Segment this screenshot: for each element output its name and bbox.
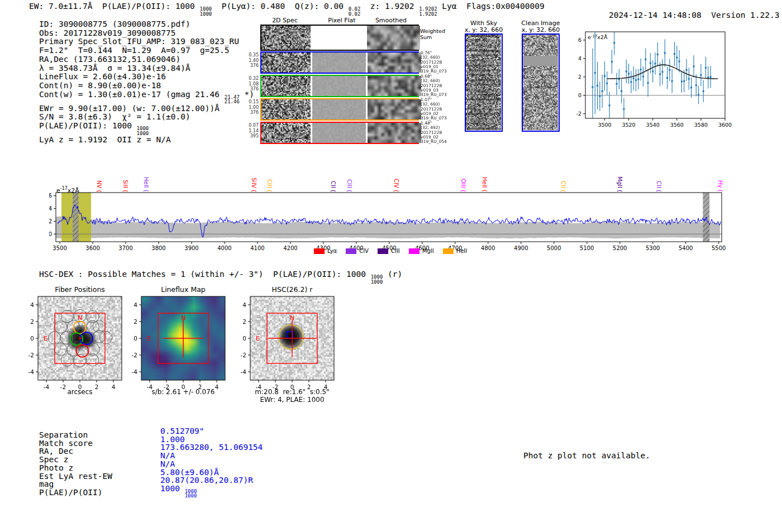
info-line: RA,Dec (173.663132,51.069046)	[39, 55, 254, 64]
stacked-fraction: 10001000	[137, 126, 149, 136]
svg-text:5500: 5500	[712, 245, 726, 251]
spec2d-row	[260, 98, 419, 121]
svg-text:4000: 4000	[217, 245, 231, 251]
info-line: EWr = 9.90(±17.00) (w: 7.00(±12.00))Å	[39, 104, 254, 113]
svg-text:0: 0	[49, 231, 52, 237]
spec2d-smoothed-image	[367, 26, 420, 50]
match-table-label: Photo z	[39, 464, 112, 472]
svg-text:3540: 3540	[646, 122, 660, 128]
spec2d-smoothed-image	[368, 76, 421, 96]
info-line: ID: 3090008775 (3090008775.pdf)	[39, 20, 254, 29]
spec2d-smoothed-image	[368, 99, 421, 119]
spec2d-smoothed-image	[368, 52, 421, 73]
spec2d-noisy-image	[261, 76, 311, 96]
svg-text:N: N	[181, 314, 185, 322]
svg-text:3700: 3700	[118, 245, 132, 251]
hsc-cutout-svg: -4-4-2-2002244NE	[239, 291, 351, 400]
spec2d-header-smoothed: Smoothed	[369, 17, 413, 24]
match-table-value: 1000 10001000	[160, 485, 263, 499]
stacked-fraction: 21.4721.46	[225, 95, 240, 104]
info-line: LyA z = 1.9192 OII z = N/A	[39, 136, 254, 145]
lineflux-map-svg: -4-4-2-2002244NE	[130, 291, 242, 400]
svg-text:e-17x2Å: e-17x2Å	[588, 34, 608, 40]
with-sky-noise-image	[466, 35, 501, 130]
svg-text:3580: 3580	[694, 122, 708, 128]
svg-text:3500: 3500	[598, 122, 611, 128]
spec2d-row-left-labels: 0.151.00376	[245, 99, 259, 116]
match-table-value: 20.87(20.86,20.87)R	[160, 476, 263, 485]
match-table-values: 0.512709"1.000173.663280, 51.069154N/AN/…	[160, 427, 263, 499]
info-line: LineFlux = 2.60(±4.30)e-16	[39, 73, 254, 82]
clean-image-coords: x, y: 32, 660	[513, 27, 569, 33]
spec2d-smoothed-image	[368, 123, 421, 143]
svg-text:-2: -2	[132, 352, 137, 358]
match-table-label: mag	[39, 480, 112, 488]
legend-label: CIV	[359, 248, 369, 254]
emission-line-marker: Hγ (	[717, 180, 723, 192]
with-sky-coords: x, y: 32, 660	[456, 27, 512, 33]
legend-label: CIII	[391, 248, 400, 254]
fiber-positions-overlay: -4-4-2-2002244NE	[27, 291, 139, 402]
emission-line-marker: OIII (	[460, 179, 466, 192]
detection-info-block: ID: 3090008775 (3090008775.pdf)Obs: 2017…	[39, 20, 254, 145]
svg-text:-4: -4	[28, 368, 35, 375]
legend-swatch	[346, 248, 356, 254]
legend-item: Lyα	[314, 248, 337, 254]
match-table-value: 1.000	[160, 435, 263, 444]
svg-text:6: 6	[578, 37, 581, 43]
info-line: P(LAE)/P(OII): 1000 10001000	[39, 122, 254, 136]
svg-text:5000: 5000	[547, 245, 561, 251]
svg-text:0: 0	[578, 92, 581, 98]
match-table-labels: SeparationMatch scoreRA, DecSpec zPhoto …	[39, 431, 112, 497]
spectrum-legend: LyαCIVCIIIMgIIHeII	[314, 248, 467, 254]
spec2d-pixelflat-image	[312, 26, 365, 50]
svg-text:-4: -4	[132, 368, 138, 375]
spec2d-row-left-labels: 0.321.08376	[245, 76, 259, 92]
svg-text:E: E	[256, 335, 260, 342]
emission-line-marker: CII (	[656, 181, 662, 192]
stacked-fraction: 10001000	[200, 7, 212, 16]
svg-text:2: 2	[578, 74, 581, 80]
with-sky-cutout	[465, 33, 503, 132]
svg-text:4100: 4100	[250, 245, 264, 251]
emission-line-marker: CIII (	[266, 179, 273, 192]
emission-line-marker: CII (	[560, 181, 566, 192]
stacked-fraction: 10001000	[185, 489, 197, 499]
info-line: Cont(n) = 8.90(±0.00)e-18	[39, 82, 254, 90]
spec2d-noisy-image	[261, 26, 311, 50]
emission-line-marker: CIV (	[393, 179, 399, 192]
match-table-value: N/A	[160, 452, 263, 460]
match-table-value: 5.80(±9.60)Å	[160, 468, 263, 477]
match-table-label: RA, Dec	[39, 447, 112, 456]
match-table-label: Spec z	[39, 456, 112, 464]
hsc-cutout-overlay: -4-4-2-2002244NE	[239, 291, 351, 402]
svg-text:5200: 5200	[613, 245, 627, 251]
match-table-value: 173.663280, 51.069154	[160, 443, 263, 452]
legend-swatch	[378, 248, 388, 254]
spec2d-row-right-labels: 0.76"(32, 660)20171228v019_01319_RU_073	[421, 51, 454, 74]
report-version: Version 1.22.3	[711, 11, 779, 20]
svg-text:3900: 3900	[184, 245, 198, 251]
svg-text:3520: 3520	[622, 122, 635, 128]
emission-line-marker: MgII (	[617, 176, 623, 192]
svg-text:-2: -2	[576, 111, 581, 117]
svg-text:5100: 5100	[580, 245, 594, 251]
legend-item: MgII	[409, 248, 434, 254]
match-table-label: Match score	[39, 439, 112, 448]
svg-text:E: E	[44, 335, 47, 342]
weighted-sum-label: Weighted Sum	[420, 28, 454, 40]
spec2d-row-right-labels: 1.07"(32, 660)20171228v019_02319_RU_073	[421, 98, 454, 121]
match-table-value: 0.512709"	[160, 427, 263, 435]
svg-text:N: N	[78, 314, 82, 322]
spec2d-noisy-image	[261, 52, 311, 73]
svg-text:E: E	[147, 335, 151, 342]
svg-text:3800: 3800	[151, 245, 165, 251]
svg-text:3500: 3500	[53, 245, 66, 251]
spec2d-pixelflat-image	[312, 76, 366, 96]
svg-text:4900: 4900	[514, 245, 528, 251]
hsc-dex-match-line: HSC-DEX : Possible Matches = 1 (within +…	[39, 270, 402, 284]
svg-text:2: 2	[242, 318, 246, 325]
svg-text:4: 4	[133, 301, 137, 308]
match-table-label: P(LAE)/P(OII)	[39, 488, 112, 497]
svg-text:-2: -2	[28, 352, 34, 358]
